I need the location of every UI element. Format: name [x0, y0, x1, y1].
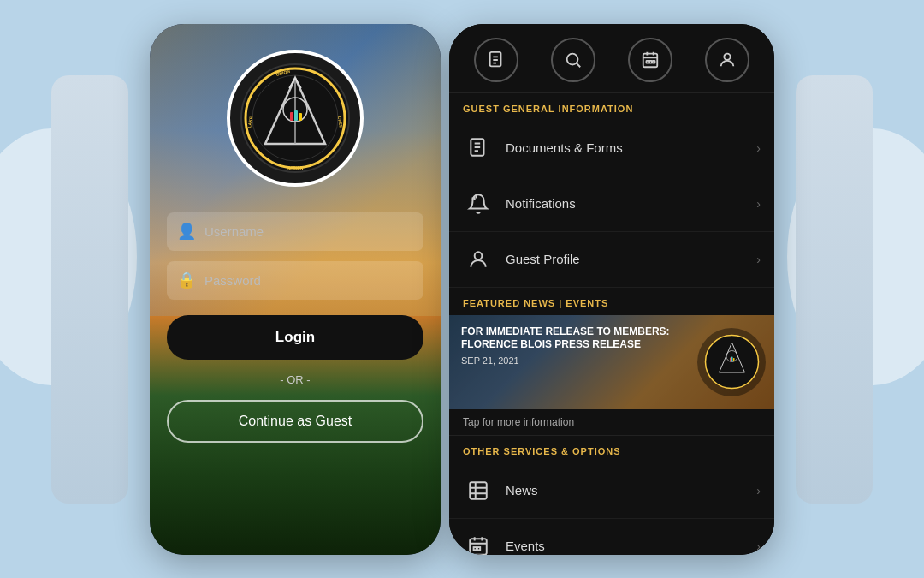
documents-label: Documents & Forms	[506, 140, 756, 155]
top-nav	[449, 24, 774, 93]
guest-general-label: GUEST GENERAL INFORMATION	[449, 93, 774, 121]
notifications-icon	[463, 188, 494, 219]
news-date: SEP 21, 2021	[461, 355, 689, 366]
card-logo	[697, 328, 766, 396]
svg-rect-26	[649, 60, 652, 63]
login-form: 👤 🔒 Login - OR - Continue as Guest	[167, 212, 424, 443]
nav-calendar-icon	[641, 51, 660, 69]
svg-point-36	[475, 252, 483, 259]
featured-news-card[interactable]: FOR IMMEDIATE RELEASE TO MEMBERS: FLOREN…	[449, 315, 774, 409]
or-divider: - OR -	[167, 373, 424, 386]
menu-item-events[interactable]: Events ›	[449, 519, 774, 555]
menu-item-notifications[interactable]: Notifications ›	[449, 176, 774, 232]
scroll-area[interactable]: GUEST GENERAL INFORMATION Documents & Fo…	[449, 93, 774, 555]
news-label: News	[506, 483, 756, 498]
svg-rect-43	[470, 482, 487, 499]
guest-profile-icon	[463, 244, 494, 275]
nav-document-icon	[487, 51, 506, 69]
login-button[interactable]: Login	[167, 315, 424, 360]
svg-rect-27	[653, 60, 655, 63]
svg-rect-42	[733, 358, 735, 361]
svg-rect-8	[299, 113, 302, 121]
guest-profile-chevron: ›	[756, 253, 761, 266]
guest-profile-label: Guest Profile	[506, 252, 756, 266]
svg-rect-41	[732, 357, 733, 361]
menu-item-news[interactable]: News ›	[449, 463, 774, 519]
svg-line-20	[576, 63, 580, 67]
menu-content: GUEST GENERAL INFORMATION Documents & Fo…	[449, 24, 774, 555]
login-content: ONION NATION LAKE CREE 👤 🔒 Login - OR -	[150, 24, 441, 555]
other-services-label: OTHER SERVICES & OPTIONS	[449, 436, 774, 463]
svg-text:NATION: NATION	[287, 165, 304, 170]
username-input[interactable]	[167, 212, 424, 251]
svg-rect-40	[730, 358, 732, 361]
login-phone: ONION NATION LAKE CREE 👤 🔒 Login - OR -	[150, 24, 441, 555]
menu-item-guest-profile[interactable]: Guest Profile ›	[449, 232, 774, 288]
username-wrapper: 👤	[167, 212, 424, 251]
nav-profile-button[interactable]	[705, 38, 749, 82]
side-phone-left	[51, 75, 128, 504]
app-logo: ONION NATION LAKE CREE	[227, 50, 364, 187]
svg-rect-51	[474, 547, 477, 550]
svg-point-28	[724, 53, 730, 59]
notifications-chevron: ›	[756, 197, 761, 211]
menu-phone: GUEST GENERAL INFORMATION Documents & Fo…	[449, 24, 774, 555]
tap-info-text[interactable]: Tap for more information	[449, 409, 774, 436]
menu-item-documents[interactable]: Documents & Forms ›	[449, 121, 774, 176]
events-chevron: ›	[756, 539, 761, 553]
news-chevron: ›	[756, 484, 761, 498]
password-input[interactable]	[167, 261, 424, 300]
password-wrapper: 🔒	[167, 261, 424, 300]
nav-calendar-button[interactable]	[628, 38, 672, 82]
documents-chevron: ›	[756, 141, 761, 155]
nav-search-button[interactable]	[551, 38, 595, 82]
svg-rect-7	[294, 110, 298, 121]
svg-rect-25	[646, 60, 649, 63]
nav-profile-icon	[718, 51, 737, 69]
side-phone-right	[796, 75, 873, 504]
news-title: FOR IMMEDIATE RELEASE TO MEMBERS: FLOREN…	[461, 325, 689, 352]
card-content: FOR IMMEDIATE RELEASE TO MEMBERS: FLOREN…	[461, 325, 689, 366]
news-icon	[463, 475, 494, 506]
logo-svg: ONION NATION LAKE CREE	[240, 63, 351, 174]
nav-document-button[interactable]	[474, 38, 518, 82]
phones-container: ONION NATION LAKE CREE 👤 🔒 Login - OR -	[150, 24, 774, 555]
notifications-label: Notifications	[506, 196, 756, 211]
guest-button[interactable]: Continue as Guest	[167, 400, 424, 443]
svg-rect-52	[477, 547, 480, 550]
featured-news-label: FEATURED NEWS | EVENTS	[449, 288, 774, 315]
events-label: Events	[506, 539, 756, 553]
svg-rect-6	[290, 112, 293, 121]
document-forms-icon	[463, 133, 494, 164]
nav-search-icon	[564, 51, 583, 69]
events-icon	[463, 531, 494, 555]
